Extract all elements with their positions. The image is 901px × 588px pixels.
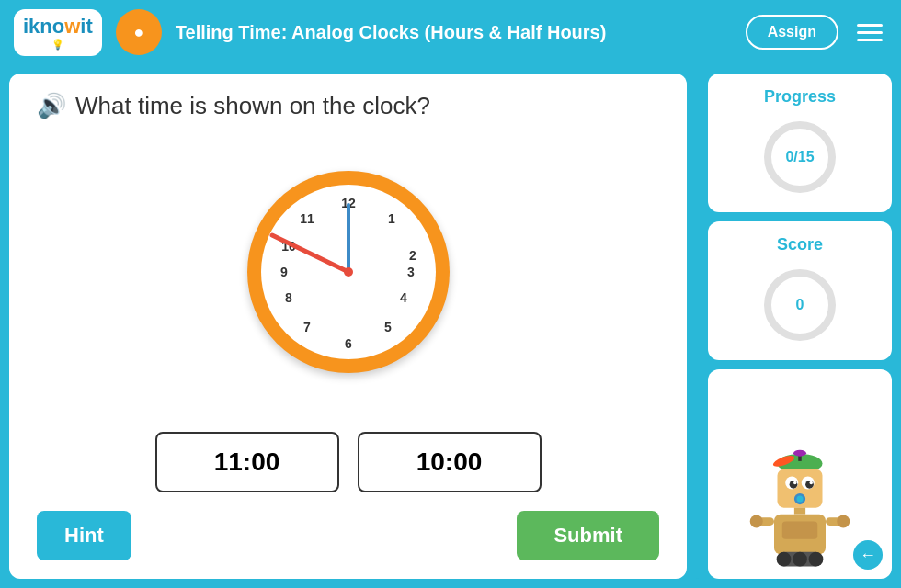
clock-container: 12 1 2 3 4 5 6 7 8 9 10 11: [37, 139, 659, 404]
bottom-bar: Hint Submit: [37, 511, 659, 560]
clock-svg: 12 1 2 3 4 5 6 7 8 9 10 11: [261, 185, 436, 359]
back-button[interactable]: ←: [853, 540, 883, 570]
svg-text:9: 9: [280, 265, 288, 279]
assign-button[interactable]: Assign: [746, 15, 838, 50]
score-circle: 0: [758, 264, 841, 346]
svg-point-24: [797, 496, 804, 503]
lesson-title: Telling Time: Analog Clocks (Hours & Hal…: [176, 22, 732, 43]
score-box: Score 0: [708, 221, 892, 360]
header: iknowit 💡 Telling Time: Analog Clocks (H…: [0, 0, 901, 64]
logo-tagline: 💡: [51, 39, 64, 51]
logo-text: iknowit: [23, 15, 93, 39]
svg-rect-25: [794, 508, 805, 514]
question-area: 🔊 What time is shown on the clock?: [37, 92, 659, 120]
svg-text:8: 8: [285, 290, 292, 305]
hamburger-line-2: [857, 31, 883, 34]
clock-outer-ring: 12 1 2 3 4 5 6 7 8 9 10 11: [247, 171, 450, 373]
score-label: Score: [777, 235, 823, 254]
svg-point-31: [837, 515, 850, 528]
svg-point-21: [793, 481, 797, 485]
progress-box: Progress 0/15: [708, 74, 892, 212]
svg-text:4: 4: [400, 290, 407, 305]
hamburger-line-3: [857, 39, 883, 41]
answer-button-2[interactable]: 10:00: [358, 432, 542, 492]
svg-rect-27: [782, 522, 818, 539]
logo: iknowit 💡: [14, 9, 102, 56]
answer-choices: 11:00 10:00: [37, 432, 659, 492]
svg-point-15: [793, 450, 806, 457]
clock-face: 12 1 2 3 4 5 6 7 8 9 10 11: [261, 185, 436, 359]
mascot-box: ←: [708, 369, 892, 579]
sidebar: Progress 0/15 Score 0: [708, 74, 892, 579]
progress-circle: 0/15: [758, 116, 841, 198]
hamburger-line-1: [857, 24, 883, 27]
svg-point-34: [793, 552, 807, 567]
question-panel: 🔊 What time is shown on the clock? 12 1 …: [9, 74, 687, 579]
svg-point-20: [805, 481, 814, 489]
svg-point-33: [777, 552, 792, 567]
answer-button-1[interactable]: 11:00: [155, 432, 339, 492]
submit-button[interactable]: Submit: [517, 511, 659, 560]
mascot-svg: [736, 441, 864, 570]
speaker-icon[interactable]: [116, 9, 162, 55]
svg-text:6: 6: [345, 336, 352, 351]
svg-text:3: 3: [407, 265, 415, 279]
panel-divider: [696, 74, 699, 579]
hint-button[interactable]: Hint: [37, 511, 131, 560]
svg-point-19: [790, 481, 798, 489]
svg-text:5: 5: [384, 320, 392, 334]
sound-icon[interactable]: 🔊: [37, 92, 66, 120]
svg-point-35: [809, 552, 824, 567]
main-content: 🔊 What time is shown on the clock? 12 1 …: [0, 64, 901, 588]
score-value: 0: [796, 297, 804, 313]
svg-point-22: [810, 481, 814, 485]
question-text: What time is shown on the clock?: [75, 92, 430, 120]
menu-button[interactable]: [852, 19, 887, 46]
svg-text:7: 7: [303, 320, 311, 334]
svg-point-29: [750, 515, 763, 528]
svg-text:11: 11: [300, 211, 314, 226]
progress-value: 0/15: [785, 149, 814, 165]
svg-text:1: 1: [388, 211, 395, 226]
progress-label: Progress: [764, 87, 836, 107]
clock-center-dot: [344, 267, 353, 277]
svg-text:2: 2: [409, 248, 416, 263]
